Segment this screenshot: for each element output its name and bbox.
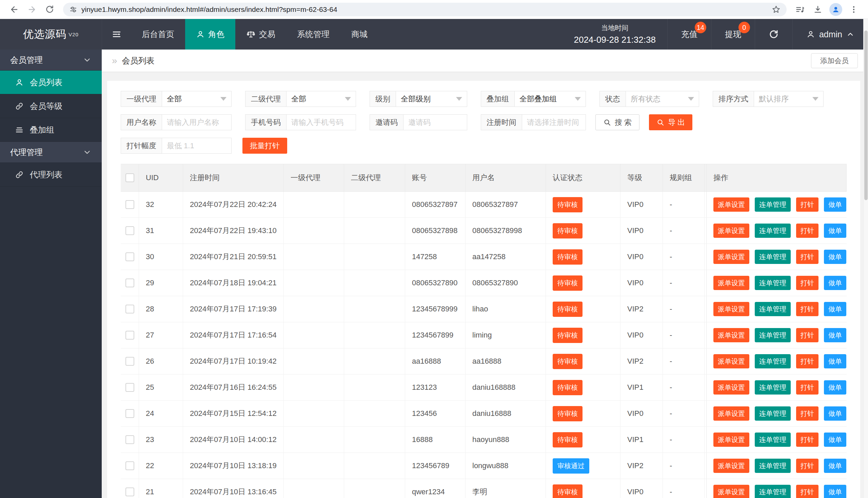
register-time-input[interactable] (522, 115, 586, 130)
make-order-button[interactable]: 做单 (824, 380, 846, 394)
row-checkbox[interactable] (125, 252, 134, 261)
sidebar-item-member-list[interactable]: 会员列表 (0, 70, 102, 94)
sidebar-group-agent-management[interactable]: 代理管理 (0, 142, 102, 163)
menu-dots-icon[interactable] (847, 3, 860, 16)
row-checkbox[interactable] (125, 357, 134, 366)
row-checkbox[interactable] (125, 487, 134, 496)
menu-item-trade[interactable]: 交易 (235, 19, 286, 50)
sidebar-group-member-management[interactable]: 会员管理 (0, 50, 102, 70)
dispatch-settings-button[interactable]: 派单设置 (713, 485, 749, 498)
forward-icon[interactable] (25, 3, 39, 16)
inject-button[interactable]: 打针 (796, 250, 818, 264)
bookmark-star-icon[interactable] (772, 5, 780, 14)
page-scrollbar[interactable] (863, 19, 868, 498)
dispatch-settings-button[interactable]: 派单设置 (713, 433, 749, 447)
inject-button[interactable]: 打针 (796, 406, 818, 421)
chain-order-manage-button[interactable]: 连单管理 (755, 433, 791, 447)
make-order-button[interactable]: 做单 (824, 354, 846, 368)
row-checkbox[interactable] (125, 331, 134, 340)
make-order-button[interactable]: 做单 (824, 276, 846, 290)
invite-code-input[interactable] (403, 115, 467, 130)
inject-button[interactable]: 打针 (796, 197, 818, 212)
media-playlist-icon[interactable] (793, 3, 807, 16)
chain-order-manage-button[interactable]: 连单管理 (755, 485, 791, 498)
dispatch-settings-button[interactable]: 派单设置 (713, 250, 749, 264)
make-order-button[interactable]: 做单 (824, 197, 846, 212)
make-order-button[interactable]: 做单 (824, 224, 846, 238)
dispatch-settings-button[interactable]: 派单设置 (713, 380, 749, 394)
menu-item-roles[interactable]: 角色 (185, 19, 235, 50)
cell-account: qwer1234 (405, 479, 466, 498)
dispatch-settings-button[interactable]: 派单设置 (713, 354, 749, 368)
dispatch-settings-button[interactable]: 派单设置 (713, 328, 749, 342)
inject-button[interactable]: 打针 (796, 224, 818, 238)
inject-button[interactable]: 打针 (796, 328, 818, 342)
make-order-button[interactable]: 做单 (824, 250, 846, 264)
make-order-button[interactable]: 做单 (824, 302, 846, 316)
admin-user-menu[interactable]: admin (792, 19, 868, 50)
dispatch-settings-button[interactable]: 派单设置 (713, 276, 749, 290)
back-icon[interactable] (8, 3, 21, 16)
inject-button[interactable]: 打针 (796, 433, 818, 447)
dispatch-settings-button[interactable]: 派单设置 (713, 459, 749, 473)
chain-order-manage-button[interactable]: 连单管理 (755, 250, 791, 264)
menu-item-dashboard[interactable]: 后台首页 (131, 19, 185, 50)
chain-order-manage-button[interactable]: 连单管理 (755, 224, 791, 238)
chain-order-manage-button[interactable]: 连单管理 (755, 302, 791, 316)
sidebar-toggle-icon[interactable] (102, 19, 131, 50)
inject-button[interactable]: 打针 (796, 485, 818, 498)
export-button[interactable]: 导 出 (649, 114, 692, 130)
inject-button[interactable]: 打针 (796, 302, 818, 316)
profile-avatar-icon[interactable] (829, 3, 842, 16)
make-order-button[interactable]: 做单 (824, 328, 846, 342)
address-bar[interactable]: yinyue1.hwym.shop/admin/index.html#/admi… (63, 3, 787, 16)
site-settings-icon[interactable] (69, 5, 77, 14)
dispatch-settings-button[interactable]: 派单设置 (713, 197, 749, 212)
inject-button[interactable]: 打针 (796, 354, 818, 368)
inject-button[interactable]: 打针 (796, 276, 818, 290)
inject-button[interactable]: 打针 (796, 459, 818, 473)
add-member-button[interactable]: 添加会员 (811, 53, 858, 68)
make-order-button[interactable]: 做单 (824, 406, 846, 421)
row-checkbox[interactable] (125, 435, 134, 444)
username-input[interactable] (162, 115, 231, 130)
row-checkbox[interactable] (125, 305, 134, 313)
sidebar-item-member-level[interactable]: 会员等级 (0, 94, 102, 118)
chain-order-manage-button[interactable]: 连单管理 (755, 197, 791, 212)
row-checkbox[interactable] (125, 226, 134, 235)
chain-order-manage-button[interactable]: 连单管理 (755, 354, 791, 368)
row-checkbox[interactable] (125, 461, 134, 470)
inject-range-input[interactable] (162, 138, 231, 153)
recharge-link[interactable]: 充值 14 (667, 19, 711, 50)
dispatch-settings-button[interactable]: 派单设置 (713, 224, 749, 238)
make-order-button[interactable]: 做单 (824, 485, 846, 498)
chain-order-manage-button[interactable]: 连单管理 (755, 276, 791, 290)
batch-inject-button[interactable]: 批量打针 (242, 138, 287, 154)
withdraw-link[interactable]: 提现 0 (711, 19, 755, 50)
reload-icon[interactable] (43, 3, 56, 16)
dispatch-settings-button[interactable]: 派单设置 (713, 406, 749, 421)
chain-order-manage-button[interactable]: 连单管理 (755, 406, 791, 421)
inject-button[interactable]: 打针 (796, 380, 818, 394)
chain-order-manage-button[interactable]: 连单管理 (755, 328, 791, 342)
make-order-button[interactable]: 做单 (824, 459, 846, 473)
sidebar-item-stack-group[interactable]: 叠加组 (0, 118, 102, 142)
row-checkbox[interactable] (125, 409, 134, 418)
header-checkbox[interactable] (125, 173, 134, 182)
make-order-button[interactable]: 做单 (824, 433, 846, 447)
scrollbar-thumb[interactable] (864, 30, 868, 200)
row-checkbox[interactable] (125, 200, 134, 209)
sidebar-item-agent-list[interactable]: 代理列表 (0, 163, 102, 187)
table-row: 26 2024年07月17日 10:19:42 aa16888 aa16888 … (121, 349, 847, 375)
menu-item-system[interactable]: 系统管理 (286, 19, 340, 50)
search-button[interactable]: 搜 索 (596, 114, 640, 130)
chain-order-manage-button[interactable]: 连单管理 (755, 459, 791, 473)
phone-input[interactable] (286, 115, 356, 130)
row-checkbox[interactable] (125, 278, 134, 287)
download-icon[interactable] (811, 3, 825, 16)
dispatch-settings-button[interactable]: 派单设置 (713, 302, 749, 316)
refresh-icon[interactable] (755, 19, 792, 50)
row-checkbox[interactable] (125, 383, 134, 392)
menu-item-mall[interactable]: 商城 (340, 19, 378, 50)
chain-order-manage-button[interactable]: 连单管理 (755, 380, 791, 394)
